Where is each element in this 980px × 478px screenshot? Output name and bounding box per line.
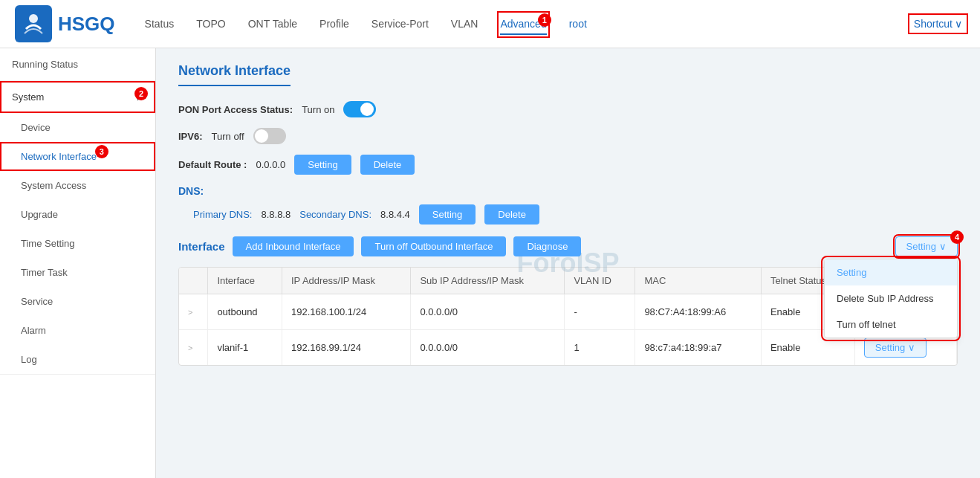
interface-title: Interface — [178, 240, 225, 253]
col-interface: Interface — [208, 268, 282, 294]
ipv6-row: IPV6: Turn off — [178, 128, 958, 144]
sidebar-section-system: System ∧ 2 Device Network Interface 3 Sy… — [0, 81, 155, 375]
dns-setting-button[interactable]: Setting — [419, 204, 476, 225]
row2-expand[interactable]: > — [179, 330, 208, 366]
primary-dns-label: Primary DNS: — [193, 209, 252, 220]
row2-sub-ip-mask: 0.0.0.0/0 — [411, 330, 565, 366]
dns-delete-button[interactable]: Delete — [484, 204, 539, 225]
setting-badge: 4 — [950, 230, 964, 244]
row2-chevron-down-icon: ∨ — [908, 342, 915, 353]
sidebar-item-alarm-label: Alarm — [21, 325, 46, 336]
svg-point-0 — [29, 14, 38, 23]
dns-row: Primary DNS: 8.8.8.8 Secondary DNS: 8.8.… — [178, 204, 958, 225]
pon-port-toggle[interactable] — [343, 101, 376, 117]
add-inbound-interface-button[interactable]: Add Inbound Interface — [233, 236, 354, 256]
row1-mac: 98:C7:A4:18:99:A6 — [635, 294, 762, 330]
pon-port-label: PON Port Access Status: — [178, 104, 293, 115]
logo-icon — [15, 5, 52, 42]
shortcut-container: Shortcut ∨ — [911, 16, 965, 31]
sidebar-item-system-access[interactable]: System Access — [0, 171, 155, 200]
header: HSGQ Status TOPO ONT Table Profile Servi… — [0, 0, 980, 48]
sidebar-item-device[interactable]: Device — [0, 113, 155, 142]
advanced-badge: 1 — [538, 13, 551, 27]
row2-vlan-id: 1 — [565, 330, 635, 366]
turn-off-outbound-button[interactable]: Turn off Outbound Interface — [361, 236, 506, 256]
diagnose-button[interactable]: Diagnose — [513, 236, 581, 256]
sidebar: Running Status System ∧ 2 Device Network… — [0, 48, 156, 478]
ipv6-label: IPV6: — [178, 131, 203, 142]
main-nav: Status TOPO ONT Table Profile Service-Po… — [145, 14, 911, 33]
sidebar-item-system-access-label: System Access — [21, 180, 86, 191]
nav-vlan[interactable]: VLAN — [451, 14, 478, 33]
nav-profile[interactable]: Profile — [319, 14, 349, 33]
system-badge-container: ∧ 2 — [136, 91, 143, 103]
setting-dropdown-label: Setting — [906, 241, 936, 252]
chevron-down-icon: ∨ — [939, 241, 947, 252]
sidebar-item-timer-task-label: Timer Task — [21, 267, 68, 278]
nav-service-port[interactable]: Service-Port — [371, 14, 429, 33]
primary-dns-value: 8.8.8.8 — [261, 209, 291, 220]
pon-port-value: Turn on — [302, 104, 334, 115]
nav-ont-table[interactable]: ONT Table — [248, 14, 297, 33]
menu-item-delete-sub-ip[interactable]: Delete Sub IP Address — [825, 285, 957, 311]
interface-header: Interface Add Inbound Interface Turn off… — [178, 236, 958, 256]
ipv6-toggle-knob — [255, 129, 268, 143]
main-content: ForoISP Network Interface PON Port Acces… — [156, 48, 980, 478]
sidebar-item-log[interactable]: Log — [0, 345, 155, 374]
page-title: Network Interface — [178, 63, 291, 86]
network-badge-container: Network Interface 3 — [21, 151, 97, 162]
layout: Running Status System ∧ 2 Device Network… — [0, 48, 980, 478]
secondary-dns-value: 8.8.4.4 — [380, 209, 410, 220]
nav-status[interactable]: Status — [145, 14, 175, 33]
nav-shortcut[interactable]: Shortcut ∨ — [911, 16, 965, 31]
nav-advanced-container: Advanced 1 — [500, 18, 546, 30]
row2-ip-mask: 192.168.99.1/24 — [282, 330, 410, 366]
sidebar-item-alarm[interactable]: Alarm — [0, 316, 155, 345]
setting-dropdown-button[interactable]: Setting ∨ — [895, 236, 958, 256]
row1-ip-mask: 192.168.100.1/24 — [282, 294, 410, 330]
sidebar-item-network-label: Network Interface — [21, 151, 97, 162]
ipv6-value: Turn off — [212, 131, 244, 142]
col-sub-ip-mask: Sub IP Address/IP Mask — [411, 268, 565, 294]
ipv6-toggle[interactable] — [253, 128, 286, 144]
sidebar-item-service[interactable]: Service — [0, 287, 155, 316]
row2-mac: 98:c7:a4:18:99:a7 — [635, 330, 762, 366]
sidebar-section-system-label: System — [12, 91, 44, 103]
sidebar-item-upgrade[interactable]: Upgrade — [0, 200, 155, 229]
nav-topo[interactable]: TOPO — [196, 14, 225, 33]
sidebar-item-network-interface[interactable]: Network Interface 3 — [0, 142, 155, 171]
sidebar-item-timer-task[interactable]: Timer Task — [0, 258, 155, 287]
logo: HSGQ — [15, 5, 115, 42]
row2-interface: vlanif-1 — [208, 330, 282, 366]
col-vlan-id: VLAN ID — [565, 268, 635, 294]
row2-setting-label: Setting — [875, 342, 905, 353]
shortcut-label: Shortcut — [914, 18, 953, 30]
pon-port-row: PON Port Access Status: Turn on — [178, 101, 958, 117]
sidebar-item-service-label: Service — [21, 296, 53, 307]
sidebar-item-device-label: Device — [21, 122, 51, 133]
menu-item-turn-off-telnet[interactable]: Turn off telnet — [825, 311, 957, 337]
col-expand — [179, 268, 208, 294]
default-route-label: Default Route : — [178, 159, 247, 170]
row2-setting-button[interactable]: Setting ∨ — [864, 337, 927, 358]
row1-expand[interactable]: > — [179, 294, 208, 330]
default-route-delete-button[interactable]: Delete — [360, 155, 415, 175]
sidebar-section-system-header[interactable]: System ∧ 2 — [0, 81, 155, 113]
setting-dropdown-menu: Setting Delete Sub IP Address Turn off t… — [824, 259, 958, 338]
sidebar-item-time-setting-label: Time Setting — [21, 238, 75, 249]
nav-root[interactable]: root — [569, 18, 587, 30]
pon-port-toggle-knob — [360, 103, 374, 116]
system-badge: 2 — [134, 87, 148, 100]
default-route-value: 0.0.0.0 — [256, 159, 285, 170]
default-route-setting-button[interactable]: Setting — [294, 155, 351, 175]
chevron-right-icon: > — [188, 308, 192, 317]
logo-text: HSGQ — [58, 13, 115, 36]
chevron-down-icon: ∨ — [955, 18, 962, 30]
sidebar-item-running-status[interactable]: Running Status — [0, 48, 155, 81]
dns-label: DNS: — [178, 185, 958, 197]
default-route-row: Default Route : 0.0.0.0 Setting Delete — [178, 155, 958, 175]
sidebar-item-time-setting[interactable]: Time Setting — [0, 229, 155, 258]
chevron-right-icon: > — [188, 343, 192, 352]
row1-interface: outbound — [208, 294, 282, 330]
menu-item-setting[interactable]: Setting — [825, 259, 957, 285]
